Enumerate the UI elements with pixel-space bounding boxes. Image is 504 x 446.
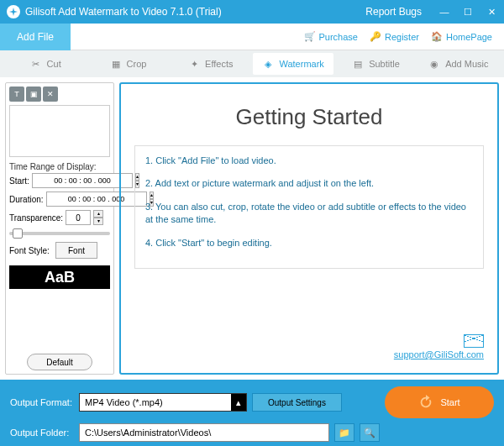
- page-heading: Getting Started: [134, 104, 484, 130]
- tab-crop[interactable]: ▦Crop: [87, 53, 168, 75]
- home-icon: 🏠: [431, 31, 443, 43]
- app-logo-icon: [7, 5, 20, 18]
- cart-icon: 🛒: [304, 31, 316, 43]
- slider-thumb[interactable]: [13, 228, 23, 239]
- transparence-slider[interactable]: [9, 232, 110, 235]
- key-icon: 🔑: [370, 31, 381, 43]
- footer: Output Format: MP4 Video (*.mp4) ▴ Outpu…: [0, 380, 504, 446]
- steps-box: 1. Click "Add File" to load video. 2. Ad…: [134, 145, 484, 269]
- time-range-label: Time Range of Display:: [9, 162, 110, 171]
- trans-down[interactable]: ▾: [93, 218, 103, 225]
- cut-icon: ✂: [30, 58, 42, 70]
- subtitle-icon: ▤: [352, 58, 364, 70]
- transparence-label: Transparence:: [9, 213, 63, 223]
- mail-icon: [464, 334, 484, 348]
- font-button[interactable]: Font: [55, 242, 97, 259]
- window-title: Gilisoft Add Watermark to Video 7.1.0 (T…: [25, 6, 365, 18]
- refresh-icon: [418, 395, 433, 410]
- homepage-link[interactable]: 🏠HomePage: [431, 31, 492, 43]
- browse-folder-button[interactable]: 📁: [334, 423, 354, 442]
- support-link[interactable]: support@GiliSoft.com: [394, 349, 484, 359]
- report-bugs-link[interactable]: Report Bugs: [365, 6, 422, 18]
- step-4: 4. Click "Start" to begin editing.: [145, 237, 473, 249]
- open-folder-button[interactable]: 🔍: [360, 423, 380, 442]
- sidebar-panel: T ▣ ✕ Time Range of Display: Start: ▴▾ D…: [5, 82, 114, 375]
- chevron-up-icon: ▴: [231, 394, 246, 411]
- search-icon: 🔍: [364, 428, 375, 438]
- output-settings-button[interactable]: Output Settings: [252, 393, 342, 412]
- format-label: Output Format:: [10, 397, 74, 407]
- tab-subtitle[interactable]: ▤Subtitle: [335, 53, 416, 75]
- tab-music[interactable]: ◉Add Music: [418, 53, 499, 75]
- trans-up[interactable]: ▴: [93, 210, 103, 218]
- start-label: Start:: [9, 176, 29, 186]
- delete-watermark-button[interactable]: ✕: [43, 87, 58, 102]
- step-3: 3. You can also cut, crop, rotate the vi…: [145, 201, 473, 227]
- close-button[interactable]: ✕: [486, 6, 497, 18]
- duration-label: Duration:: [9, 195, 44, 204]
- default-button[interactable]: Default: [27, 354, 92, 370]
- toolbar: Add File 🛒Purchase 🔑Register 🏠HomePage: [0, 24, 504, 50]
- maximize-button[interactable]: ☐: [462, 6, 474, 18]
- tab-watermark[interactable]: ◈Watermark: [253, 53, 333, 75]
- titlebar: Gilisoft Add Watermark to Video 7.1.0 (T…: [0, 0, 504, 24]
- main-panel: Getting Started 1. Click "Add File" to l…: [119, 82, 499, 375]
- purchase-link[interactable]: 🛒Purchase: [304, 31, 358, 43]
- output-folder-input[interactable]: [79, 423, 329, 442]
- font-sample: AaB: [9, 265, 110, 289]
- image-watermark-button[interactable]: ▣: [26, 87, 41, 102]
- tab-effects[interactable]: ✦Effects: [171, 53, 251, 75]
- tabs-bar: ✂Cut ▦Crop ✦Effects ◈Watermark ▤Subtitle…: [0, 50, 504, 77]
- start-button[interactable]: Start: [385, 386, 494, 418]
- watermark-preview: [9, 105, 110, 157]
- step-2: 2. Add text or picture watermark and adj…: [145, 177, 473, 190]
- step-1: 1. Click "Add File" to load video.: [145, 155, 473, 167]
- start-input[interactable]: [32, 173, 133, 188]
- music-icon: ◉: [428, 58, 440, 70]
- add-file-button[interactable]: Add File: [0, 24, 71, 50]
- crop-icon: ▦: [110, 58, 122, 70]
- effects-icon: ✦: [188, 58, 200, 70]
- font-style-label: Font Style:: [9, 246, 53, 255]
- output-format-select[interactable]: MP4 Video (*.mp4) ▴: [79, 393, 247, 412]
- transparence-input[interactable]: [66, 210, 91, 225]
- support-block: support@GiliSoft.com: [134, 334, 484, 359]
- folder-icon: 📁: [339, 428, 350, 438]
- minimize-button[interactable]: —: [438, 6, 450, 18]
- watermark-icon: ◈: [262, 58, 274, 70]
- register-link[interactable]: 🔑Register: [370, 31, 419, 43]
- folder-label: Output Folder:: [10, 428, 74, 438]
- text-watermark-button[interactable]: T: [9, 87, 24, 102]
- tab-cut[interactable]: ✂Cut: [5, 53, 86, 75]
